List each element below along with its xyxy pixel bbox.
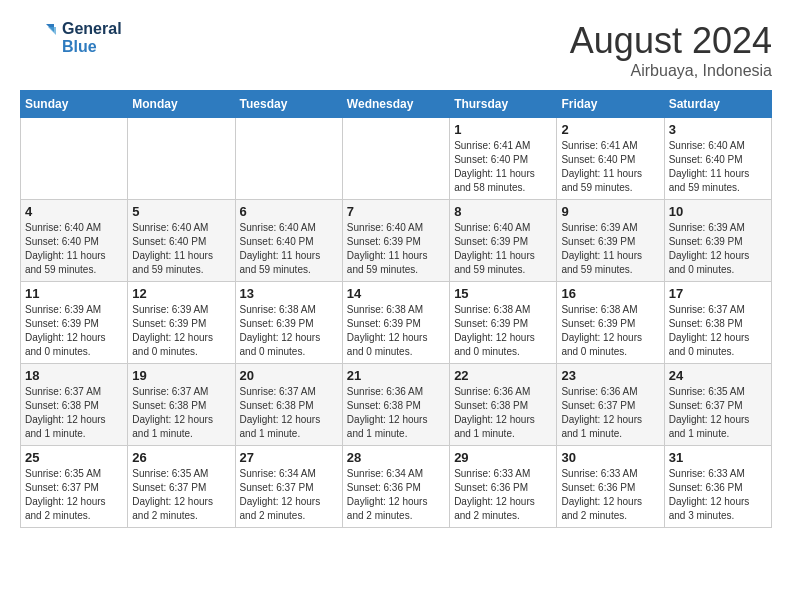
calendar-cell: 5Sunrise: 6:40 AMSunset: 6:40 PMDaylight…: [128, 200, 235, 282]
svg-marker-1: [48, 27, 56, 35]
day-number: 1: [454, 122, 552, 137]
day-number: 9: [561, 204, 659, 219]
calendar-week-row: 11Sunrise: 6:39 AMSunset: 6:39 PMDayligh…: [21, 282, 772, 364]
calendar-cell: 4Sunrise: 6:40 AMSunset: 6:40 PMDaylight…: [21, 200, 128, 282]
day-info: Sunrise: 6:37 AMSunset: 6:38 PMDaylight:…: [132, 385, 230, 441]
calendar-week-row: 25Sunrise: 6:35 AMSunset: 6:37 PMDayligh…: [21, 446, 772, 528]
calendar-cell: 13Sunrise: 6:38 AMSunset: 6:39 PMDayligh…: [235, 282, 342, 364]
calendar-cell: 8Sunrise: 6:40 AMSunset: 6:39 PMDaylight…: [450, 200, 557, 282]
calendar-cell: 22Sunrise: 6:36 AMSunset: 6:38 PMDayligh…: [450, 364, 557, 446]
day-info: Sunrise: 6:37 AMSunset: 6:38 PMDaylight:…: [25, 385, 123, 441]
day-info: Sunrise: 6:33 AMSunset: 6:36 PMDaylight:…: [454, 467, 552, 523]
day-info: Sunrise: 6:33 AMSunset: 6:36 PMDaylight:…: [561, 467, 659, 523]
calendar-cell: 12Sunrise: 6:39 AMSunset: 6:39 PMDayligh…: [128, 282, 235, 364]
calendar-cell: 7Sunrise: 6:40 AMSunset: 6:39 PMDaylight…: [342, 200, 449, 282]
calendar-week-row: 18Sunrise: 6:37 AMSunset: 6:38 PMDayligh…: [21, 364, 772, 446]
col-header-wednesday: Wednesday: [342, 91, 449, 118]
calendar-cell: 23Sunrise: 6:36 AMSunset: 6:37 PMDayligh…: [557, 364, 664, 446]
calendar-cell: 24Sunrise: 6:35 AMSunset: 6:37 PMDayligh…: [664, 364, 771, 446]
day-info: Sunrise: 6:40 AMSunset: 6:39 PMDaylight:…: [454, 221, 552, 277]
col-header-thursday: Thursday: [450, 91, 557, 118]
calendar-cell: 28Sunrise: 6:34 AMSunset: 6:36 PMDayligh…: [342, 446, 449, 528]
calendar-cell: 10Sunrise: 6:39 AMSunset: 6:39 PMDayligh…: [664, 200, 771, 282]
day-number: 20: [240, 368, 338, 383]
day-number: 15: [454, 286, 552, 301]
logo-line1: General: [62, 20, 122, 38]
col-header-sunday: Sunday: [21, 91, 128, 118]
day-info: Sunrise: 6:36 AMSunset: 6:38 PMDaylight:…: [347, 385, 445, 441]
day-number: 5: [132, 204, 230, 219]
day-info: Sunrise: 6:33 AMSunset: 6:36 PMDaylight:…: [669, 467, 767, 523]
calendar-cell: 19Sunrise: 6:37 AMSunset: 6:38 PMDayligh…: [128, 364, 235, 446]
calendar-cell: 6Sunrise: 6:40 AMSunset: 6:40 PMDaylight…: [235, 200, 342, 282]
day-info: Sunrise: 6:40 AMSunset: 6:39 PMDaylight:…: [347, 221, 445, 277]
day-number: 22: [454, 368, 552, 383]
day-info: Sunrise: 6:38 AMSunset: 6:39 PMDaylight:…: [561, 303, 659, 359]
calendar-cell: 11Sunrise: 6:39 AMSunset: 6:39 PMDayligh…: [21, 282, 128, 364]
calendar-cell: [235, 118, 342, 200]
day-number: 3: [669, 122, 767, 137]
day-info: Sunrise: 6:36 AMSunset: 6:38 PMDaylight:…: [454, 385, 552, 441]
day-number: 4: [25, 204, 123, 219]
month-year-title: August 2024: [570, 20, 772, 62]
calendar-cell: 25Sunrise: 6:35 AMSunset: 6:37 PMDayligh…: [21, 446, 128, 528]
day-info: Sunrise: 6:40 AMSunset: 6:40 PMDaylight:…: [132, 221, 230, 277]
day-number: 12: [132, 286, 230, 301]
day-info: Sunrise: 6:40 AMSunset: 6:40 PMDaylight:…: [240, 221, 338, 277]
calendar-cell: 18Sunrise: 6:37 AMSunset: 6:38 PMDayligh…: [21, 364, 128, 446]
day-info: Sunrise: 6:38 AMSunset: 6:39 PMDaylight:…: [347, 303, 445, 359]
calendar-cell: 16Sunrise: 6:38 AMSunset: 6:39 PMDayligh…: [557, 282, 664, 364]
day-info: Sunrise: 6:39 AMSunset: 6:39 PMDaylight:…: [132, 303, 230, 359]
day-info: Sunrise: 6:35 AMSunset: 6:37 PMDaylight:…: [25, 467, 123, 523]
logo: General Blue: [20, 20, 122, 57]
calendar-cell: 26Sunrise: 6:35 AMSunset: 6:37 PMDayligh…: [128, 446, 235, 528]
day-number: 13: [240, 286, 338, 301]
day-info: Sunrise: 6:40 AMSunset: 6:40 PMDaylight:…: [25, 221, 123, 277]
calendar-cell: 3Sunrise: 6:40 AMSunset: 6:40 PMDaylight…: [664, 118, 771, 200]
day-info: Sunrise: 6:35 AMSunset: 6:37 PMDaylight:…: [132, 467, 230, 523]
calendar-cell: 27Sunrise: 6:34 AMSunset: 6:37 PMDayligh…: [235, 446, 342, 528]
day-number: 26: [132, 450, 230, 465]
calendar-cell: 20Sunrise: 6:37 AMSunset: 6:38 PMDayligh…: [235, 364, 342, 446]
day-info: Sunrise: 6:36 AMSunset: 6:37 PMDaylight:…: [561, 385, 659, 441]
day-number: 31: [669, 450, 767, 465]
title-block: August 2024 Airbuaya, Indonesia: [570, 20, 772, 80]
calendar-cell: [21, 118, 128, 200]
calendar-cell: 14Sunrise: 6:38 AMSunset: 6:39 PMDayligh…: [342, 282, 449, 364]
day-number: 6: [240, 204, 338, 219]
day-info: Sunrise: 6:40 AMSunset: 6:40 PMDaylight:…: [669, 139, 767, 195]
calendar-cell: 21Sunrise: 6:36 AMSunset: 6:38 PMDayligh…: [342, 364, 449, 446]
day-number: 11: [25, 286, 123, 301]
day-info: Sunrise: 6:38 AMSunset: 6:39 PMDaylight:…: [454, 303, 552, 359]
calendar-cell: 29Sunrise: 6:33 AMSunset: 6:36 PMDayligh…: [450, 446, 557, 528]
logo-line2: Blue: [62, 38, 122, 56]
calendar-cell: [342, 118, 449, 200]
calendar-week-row: 4Sunrise: 6:40 AMSunset: 6:40 PMDaylight…: [21, 200, 772, 282]
day-info: Sunrise: 6:35 AMSunset: 6:37 PMDaylight:…: [669, 385, 767, 441]
day-info: Sunrise: 6:38 AMSunset: 6:39 PMDaylight:…: [240, 303, 338, 359]
logo-svg: [20, 20, 56, 56]
calendar-cell: 30Sunrise: 6:33 AMSunset: 6:36 PMDayligh…: [557, 446, 664, 528]
calendar-cell: 2Sunrise: 6:41 AMSunset: 6:40 PMDaylight…: [557, 118, 664, 200]
calendar-cell: 9Sunrise: 6:39 AMSunset: 6:39 PMDaylight…: [557, 200, 664, 282]
day-number: 29: [454, 450, 552, 465]
day-number: 7: [347, 204, 445, 219]
day-number: 17: [669, 286, 767, 301]
day-info: Sunrise: 6:39 AMSunset: 6:39 PMDaylight:…: [669, 221, 767, 277]
day-number: 27: [240, 450, 338, 465]
day-number: 28: [347, 450, 445, 465]
day-info: Sunrise: 6:41 AMSunset: 6:40 PMDaylight:…: [454, 139, 552, 195]
calendar-cell: 1Sunrise: 6:41 AMSunset: 6:40 PMDaylight…: [450, 118, 557, 200]
day-number: 16: [561, 286, 659, 301]
day-number: 19: [132, 368, 230, 383]
col-header-monday: Monday: [128, 91, 235, 118]
day-info: Sunrise: 6:34 AMSunset: 6:37 PMDaylight:…: [240, 467, 338, 523]
day-number: 24: [669, 368, 767, 383]
location-subtitle: Airbuaya, Indonesia: [570, 62, 772, 80]
page-header: General Blue August 2024 Airbuaya, Indon…: [20, 20, 772, 80]
col-header-friday: Friday: [557, 91, 664, 118]
day-info: Sunrise: 6:39 AMSunset: 6:39 PMDaylight:…: [25, 303, 123, 359]
calendar-table: SundayMondayTuesdayWednesdayThursdayFrid…: [20, 90, 772, 528]
calendar-header-row: SundayMondayTuesdayWednesdayThursdayFrid…: [21, 91, 772, 118]
day-number: 21: [347, 368, 445, 383]
